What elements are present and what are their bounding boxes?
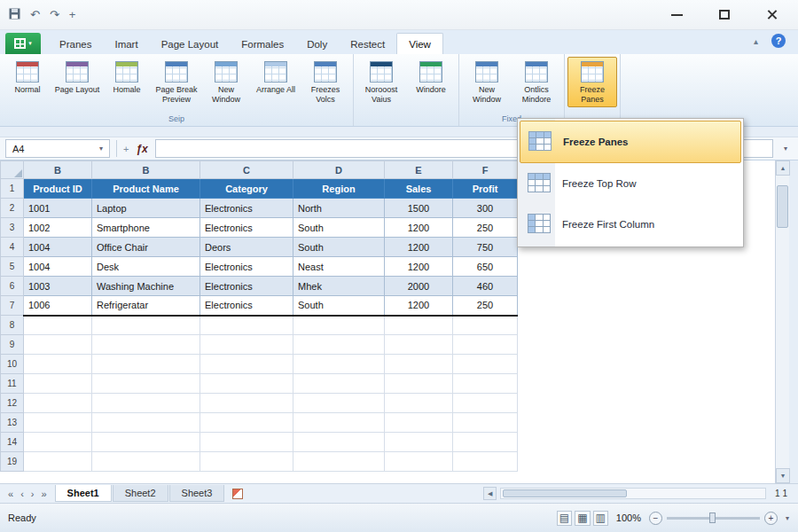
save-icon[interactable] — [9, 8, 20, 21]
cell[interactable] — [293, 394, 385, 413]
page-break-preview-button[interactable]: Page Break Preview — [152, 57, 201, 107]
insert-function-plus-icon[interactable]: + — [123, 144, 129, 154]
cell[interactable]: Product ID — [24, 179, 92, 199]
cell[interactable] — [293, 335, 385, 355]
cell[interactable] — [453, 335, 518, 355]
column-header[interactable]: B — [92, 161, 200, 179]
cell[interactable] — [200, 452, 293, 472]
cell[interactable] — [200, 316, 293, 335]
row-header[interactable]: 12 — [1, 394, 24, 413]
cell[interactable]: Electronics — [200, 277, 293, 296]
page-layout-view-icon[interactable]: ▦ — [575, 511, 590, 526]
cell[interactable] — [24, 433, 92, 452]
chevron-down-icon[interactable]: ▾ — [99, 145, 103, 153]
cell[interactable] — [385, 316, 453, 335]
page-layout-button[interactable]: Page Layout — [52, 57, 102, 98]
cell[interactable]: 1001 — [24, 199, 92, 218]
cell[interactable] — [200, 413, 293, 433]
cell[interactable] — [24, 316, 92, 335]
cell[interactable] — [24, 394, 92, 413]
cell[interactable]: Electronics — [200, 199, 293, 218]
cell[interactable] — [385, 452, 453, 472]
cell[interactable] — [92, 433, 200, 452]
fx-icon[interactable]: ƒx — [136, 143, 147, 155]
cell[interactable]: 650 — [453, 257, 518, 277]
cell[interactable]: Profit — [453, 179, 518, 199]
cell[interactable]: 300 — [453, 199, 518, 218]
cell[interactable] — [24, 452, 92, 472]
cell[interactable]: 1006 — [24, 296, 92, 316]
tab-formales[interactable]: Formales — [230, 34, 295, 54]
column-header[interactable]: E — [385, 161, 453, 179]
menu-item-freeze-first-column[interactable]: Freeze First Column — [520, 204, 741, 245]
cell[interactable]: 750 — [453, 238, 518, 257]
cell[interactable]: 1004 — [24, 257, 92, 277]
norooost-vaius-button[interactable]: Norooost Vaius — [356, 57, 406, 107]
last-sheet-icon[interactable]: » — [41, 489, 46, 499]
sheet-tab-sheet3[interactable]: Sheet3 — [169, 485, 225, 502]
column-header[interactable]: B — [24, 161, 92, 179]
sheet-tab-sheet2[interactable]: Sheet2 — [113, 485, 168, 502]
row-header[interactable]: 11 — [1, 374, 24, 394]
column-header[interactable]: C — [200, 161, 293, 179]
cell[interactable] — [453, 433, 518, 452]
close-button[interactable] — [761, 7, 784, 23]
minimize-button[interactable] — [665, 7, 688, 23]
zoom-track[interactable] — [667, 517, 760, 520]
cell[interactable] — [385, 433, 453, 452]
zoom-thumb[interactable] — [709, 512, 716, 523]
chevron-down-icon[interactable]: ▾ — [786, 514, 789, 522]
cell[interactable]: Neast — [293, 257, 385, 277]
cell[interactable]: Laptop — [92, 199, 200, 218]
file-button[interactable]: ▾ — [5, 33, 41, 54]
horizontal-scroll-thumb[interactable] — [503, 489, 627, 497]
cell[interactable]: 1200 — [385, 296, 453, 316]
cell[interactable] — [293, 433, 385, 452]
row-header[interactable]: 1 — [1, 179, 24, 199]
cell[interactable]: Electronics — [200, 296, 293, 316]
cell[interactable] — [385, 394, 453, 413]
cell[interactable] — [453, 413, 518, 433]
cell[interactable]: Smartphone — [92, 218, 200, 238]
cell[interactable] — [92, 394, 200, 413]
cell[interactable] — [92, 374, 200, 394]
cell[interactable] — [293, 413, 385, 433]
row-header[interactable]: 6 — [1, 277, 24, 296]
cell[interactable]: Electronics — [200, 218, 293, 238]
column-header[interactable]: D — [293, 161, 385, 179]
cell[interactable] — [200, 355, 293, 374]
cell[interactable] — [293, 452, 385, 472]
cell[interactable]: 1200 — [385, 257, 453, 277]
cell[interactable]: South — [293, 218, 385, 238]
freezes-volcs-button[interactable]: Freezes Volcs — [301, 57, 350, 107]
cell[interactable]: 1500 — [385, 199, 453, 218]
row-header[interactable]: 14 — [1, 433, 24, 452]
scroll-down-icon[interactable]: ▼ — [776, 468, 790, 483]
cell[interactable] — [92, 316, 200, 335]
zoom-out-icon[interactable]: − — [649, 512, 662, 525]
cell[interactable] — [453, 355, 518, 374]
cell[interactable]: 1200 — [385, 218, 453, 238]
collapse-ribbon-icon[interactable]: ▴ — [754, 36, 758, 46]
redo-icon[interactable]: ↷ — [50, 9, 59, 20]
cell[interactable] — [293, 316, 385, 335]
select-all-corner[interactable] — [1, 161, 24, 179]
cell[interactable]: 250 — [453, 296, 518, 316]
ontlics-mindore-button[interactable]: Ontlics Mindore — [512, 57, 561, 107]
cell[interactable] — [293, 355, 385, 374]
cell[interactable]: Deors — [200, 238, 293, 257]
cell[interactable] — [24, 374, 92, 394]
cell[interactable]: Mhek — [293, 277, 385, 296]
normal-button[interactable]: Normal — [3, 57, 52, 98]
cell[interactable]: Category — [200, 179, 293, 199]
cell[interactable] — [24, 413, 92, 433]
next-sheet-icon[interactable]: › — [31, 489, 35, 499]
cell[interactable]: 1002 — [24, 218, 92, 238]
undo-icon[interactable]: ↶ — [30, 9, 40, 20]
homale-button[interactable]: Homale — [102, 57, 152, 98]
zoom-in-icon[interactable]: + — [764, 512, 778, 525]
row-header[interactable]: 2 — [1, 199, 24, 218]
cell[interactable] — [200, 374, 293, 394]
cell[interactable]: 1003 — [24, 277, 92, 296]
windore-button[interactable]: Windore — [406, 57, 456, 98]
